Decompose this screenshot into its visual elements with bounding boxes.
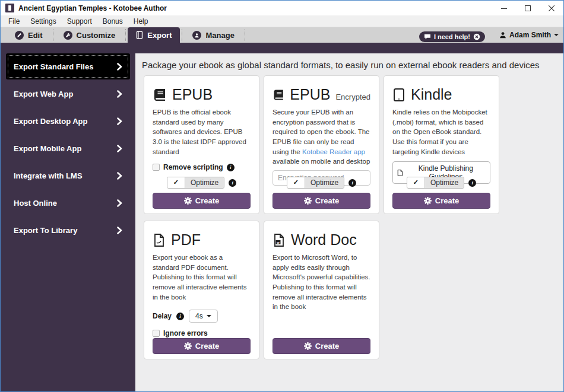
sidebar-item-export-desktop-app[interactable]: Export Desktop App bbox=[6, 108, 130, 134]
menu-file[interactable]: File bbox=[3, 17, 25, 26]
export-cards-grid: EPUB EPUB is the official ebook standard… bbox=[144, 75, 499, 359]
sidebar-item-export-mobile-app[interactable]: Export Mobile App bbox=[6, 135, 130, 161]
svg-text:w: w bbox=[276, 240, 280, 244]
app-logo-icon bbox=[5, 4, 14, 12]
optimize-check-button[interactable]: ✓ bbox=[287, 177, 305, 188]
gear-icon bbox=[304, 197, 312, 205]
sidebar-item-host-online[interactable]: Host Online bbox=[6, 190, 130, 216]
wrench-icon bbox=[64, 31, 72, 40]
kotobee-reader-link[interactable]: Kotobee Reader app bbox=[302, 148, 365, 155]
tab-edit[interactable]: Edit bbox=[7, 27, 51, 43]
optimize-label-button[interactable]: Optimize bbox=[425, 177, 464, 188]
tab-export[interactable]: Export bbox=[128, 27, 180, 43]
optimize-check-button[interactable]: ✓ bbox=[407, 177, 425, 188]
ignore-errors-label: Ignore errors bbox=[163, 329, 208, 337]
window-title: Ancient Egyptian Temples - Kotobee Autho… bbox=[18, 4, 167, 12]
info-icon[interactable]: i bbox=[227, 164, 235, 171]
info-icon[interactable]: i bbox=[348, 179, 356, 187]
menu-bonus[interactable]: Bonus bbox=[97, 17, 128, 26]
tab-manage-label: Manage bbox=[205, 31, 234, 40]
create-epub-encrypted-button[interactable]: Create bbox=[273, 193, 370, 209]
optimize-label-button[interactable]: Optimize bbox=[185, 177, 224, 188]
dismiss-help-icon[interactable] bbox=[473, 33, 480, 40]
book-icon bbox=[273, 88, 284, 102]
page-title: Package your ebook as global standard fo… bbox=[142, 60, 563, 70]
tab-export-label: Export bbox=[147, 31, 172, 40]
word-file-icon: w bbox=[273, 233, 286, 247]
chevron-right-icon bbox=[117, 227, 122, 234]
app-window: Ancient Egyptian Temples - Kotobee Autho… bbox=[0, 0, 564, 392]
sidebar-item-export-to-library[interactable]: Export To Library bbox=[6, 217, 130, 243]
create-pdf-button[interactable]: Create bbox=[153, 338, 251, 354]
sidebar-item-export-standard-files[interactable]: Export Standard Files bbox=[6, 53, 130, 79]
tab-customize[interactable]: Customize bbox=[55, 27, 124, 43]
chevron-right-icon bbox=[117, 199, 122, 207]
create-epub-button[interactable]: Create bbox=[153, 193, 251, 209]
sidebar-item-label: Export Web App bbox=[14, 90, 73, 98]
tab-separator bbox=[182, 29, 182, 41]
card-description: Secure your EPUB with an encryption pass… bbox=[273, 107, 370, 167]
sidebar-item-export-web-app[interactable]: Export Web App bbox=[6, 81, 130, 107]
delay-label: Delay bbox=[153, 312, 172, 320]
minimize-button[interactable] bbox=[492, 1, 516, 15]
document-icon bbox=[397, 169, 403, 177]
create-label: Create bbox=[315, 196, 339, 205]
sidebar-item-label: Export To Library bbox=[14, 226, 77, 235]
info-icon[interactable]: i bbox=[468, 179, 476, 187]
sidebar-item-label: Integrate with LMS bbox=[14, 171, 83, 180]
need-help-button[interactable]: I need help! bbox=[419, 31, 485, 42]
card-pdf: PDF Export your ebook as a standard PDF … bbox=[144, 221, 259, 359]
tab-manage[interactable]: Manage bbox=[184, 27, 242, 43]
maximize-button[interactable] bbox=[516, 1, 540, 15]
gear-icon bbox=[304, 342, 312, 350]
delay-value: 4s bbox=[195, 312, 203, 320]
tab-separator bbox=[53, 29, 53, 41]
gear-icon bbox=[184, 342, 192, 350]
sidebar-item-label: Export Mobile App bbox=[14, 144, 81, 153]
optimize-label-button[interactable]: Optimize bbox=[305, 177, 344, 188]
pdf-file-icon bbox=[153, 233, 166, 247]
ignore-errors-checkbox[interactable] bbox=[153, 330, 160, 337]
description-text: available on mobile and desktop bbox=[273, 158, 370, 165]
create-label: Create bbox=[435, 196, 459, 205]
book-icon bbox=[136, 31, 143, 39]
sidebar-item-label: Export Desktop App bbox=[14, 117, 87, 126]
chevron-right-icon bbox=[117, 172, 122, 180]
main-area: Export Standard Files Export Web App Exp… bbox=[1, 43, 563, 391]
delay-dropdown[interactable]: 4s bbox=[189, 310, 218, 323]
remove-scripting-checkbox[interactable] bbox=[153, 164, 160, 171]
create-label: Create bbox=[195, 196, 219, 205]
info-icon[interactable]: i bbox=[229, 179, 236, 187]
card-title: Kindle bbox=[411, 87, 452, 102]
chevron-right-icon bbox=[117, 117, 122, 125]
card-subtitle: Encrypted bbox=[335, 88, 370, 101]
tab-customize-label: Customize bbox=[77, 31, 116, 40]
chevron-down-icon bbox=[554, 34, 559, 36]
create-label: Create bbox=[315, 342, 339, 350]
chevron-right-icon bbox=[117, 90, 122, 98]
create-kindle-button[interactable]: Create bbox=[392, 193, 490, 209]
optimize-toggle: ✓ Optimize bbox=[287, 177, 345, 189]
sidebar: Export Standard Files Export Web App Exp… bbox=[1, 53, 135, 391]
close-button[interactable] bbox=[540, 1, 563, 15]
person-icon bbox=[192, 31, 201, 40]
info-icon[interactable]: i bbox=[176, 313, 184, 320]
menu-support[interactable]: Support bbox=[62, 17, 97, 26]
content-panel: Package your ebook as global standard fo… bbox=[135, 53, 563, 391]
sidebar-item-label: Export Standard Files bbox=[14, 62, 93, 71]
tab-separator bbox=[125, 29, 126, 41]
user-icon bbox=[499, 31, 506, 39]
card-title: EPUB bbox=[172, 87, 213, 102]
card-title: Word Doc bbox=[291, 232, 357, 247]
user-name: Adam Smith bbox=[509, 31, 551, 39]
create-word-button[interactable]: Create bbox=[273, 338, 370, 354]
remove-scripting-label: Remove scripting bbox=[163, 163, 223, 171]
menu-bar: File Settings Support Bonus Help bbox=[1, 15, 563, 27]
optimize-check-button[interactable]: ✓ bbox=[167, 177, 185, 188]
menu-settings[interactable]: Settings bbox=[25, 17, 61, 26]
menu-help[interactable]: Help bbox=[128, 17, 154, 26]
chevron-right-icon bbox=[117, 63, 122, 71]
sidebar-item-integrate-with-lms[interactable]: Integrate with LMS bbox=[6, 162, 130, 189]
user-menu[interactable]: Adam Smith bbox=[499, 31, 559, 39]
card-word-doc: w Word Doc Export to Microsoft Word, to … bbox=[264, 221, 379, 359]
